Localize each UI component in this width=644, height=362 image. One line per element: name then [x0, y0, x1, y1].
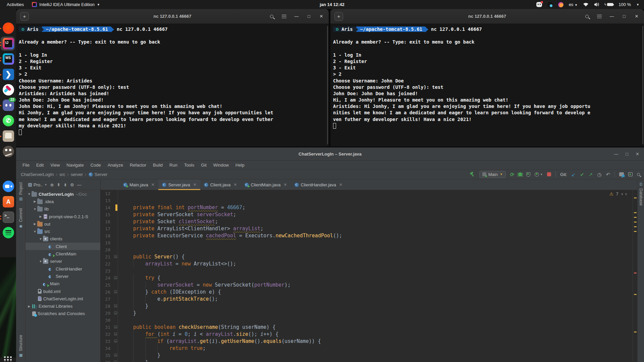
stripe-mark[interactable]	[634, 231, 637, 232]
minimize-button[interactable]: —	[608, 12, 616, 20]
gutter-line-15[interactable]: 15	[101, 211, 118, 218]
tree-item-server[interactable]: CServer	[25, 273, 100, 280]
tree-item-external libraries[interactable]: ▶External Libraries	[25, 302, 100, 310]
stripe-mark[interactable]	[634, 222, 637, 223]
dock-item-files[interactable]	[2, 130, 14, 142]
tree-chevron-icon[interactable]: ▶	[38, 215, 43, 218]
rerun-icon[interactable]: ⟳	[510, 172, 515, 177]
minimize-button[interactable]: —	[614, 152, 618, 157]
tool-tab-database[interactable]: ⛁ Database	[639, 182, 643, 205]
tree-chevron-icon[interactable]: ▶	[27, 305, 32, 308]
fold-toggle-icon[interactable]	[114, 325, 117, 328]
search-button[interactable]	[583, 12, 591, 20]
editor-code[interactable]: private final int portNumber = 46667;pri…	[118, 190, 637, 362]
debug-icon[interactable]	[519, 172, 522, 176]
menu-code[interactable]: Code	[88, 162, 104, 169]
hide-panel-icon[interactable]: —	[77, 182, 82, 187]
stripe-mark[interactable]	[634, 294, 637, 295]
prev-next-warning-chevrons[interactable]: ∧∨	[621, 192, 629, 196]
breadcrumb[interactable]: ChatServerLogIn›src›server›CServer	[21, 172, 107, 177]
close-tab-icon[interactable]: ✕	[193, 182, 197, 187]
menu-help[interactable]: Help	[232, 162, 248, 169]
gutter-line-36[interactable]: 36	[101, 359, 118, 362]
terminal-titlebar[interactable]: + nc 127.0.0.1 46667 — □ ✕	[16, 9, 329, 24]
tree-item-lib[interactable]: ▼lib	[25, 205, 100, 213]
stripe-mark[interactable]	[634, 226, 637, 227]
scrollbar[interactable]	[642, 26, 643, 144]
tree-item-main[interactable]: CMain	[25, 280, 100, 288]
git-update-icon[interactable]: ↙	[572, 172, 576, 177]
run-with-coverage-icon[interactable]	[526, 172, 530, 177]
dock-item-vscode[interactable]: ❯	[2, 69, 14, 81]
fold-toggle-icon[interactable]	[114, 276, 117, 279]
menu-navigate[interactable]: Navigate	[63, 162, 87, 169]
tree-item-scratches and consoles[interactable]: Scratches and Consoles	[25, 310, 100, 317]
tree-item-prompt-view-0.2.1-s[interactable]: ▶prompt-view-0.2.1-S	[25, 213, 100, 220]
gutter-line-19[interactable]: 19	[101, 239, 118, 246]
menu-button[interactable]	[595, 12, 603, 20]
project-structure-icon[interactable]	[619, 172, 624, 176]
stripe-mark[interactable]	[634, 197, 637, 198]
locate-file-icon[interactable]: ⊕	[50, 182, 54, 187]
settings-gear-icon[interactable]: ⚙	[70, 182, 74, 187]
close-button[interactable]: ✕	[317, 12, 325, 20]
breadcrumb-item[interactable]: src	[59, 172, 65, 177]
git-push-icon[interactable]: ↗	[589, 172, 593, 177]
stripe-mark[interactable]	[634, 212, 637, 213]
dock-item-intellij[interactable]	[2, 38, 14, 50]
breadcrumb-item[interactable]: server	[71, 172, 83, 177]
tool-tab-project[interactable]: ▤ Project	[18, 182, 23, 201]
editor-tab-main.java[interactable]: CMain.java✕	[119, 180, 158, 190]
dock-item-terminal[interactable]: >_	[2, 212, 14, 224]
git-commit-icon[interactable]: ✔	[580, 172, 584, 177]
tool-tab-structure[interactable]: ▦ Structure	[18, 335, 23, 357]
tree-chevron-icon[interactable]: ▶	[33, 222, 37, 226]
dock-item-brave[interactable]	[2, 22, 14, 35]
error-stripe[interactable]	[633, 190, 637, 362]
new-tab-button[interactable]: +	[334, 12, 343, 21]
dock-item-whatsapp[interactable]: ✆	[2, 115, 14, 127]
dock-item-slack[interactable]	[2, 84, 14, 96]
gutter-line-34[interactable]: 34	[101, 345, 118, 352]
tree-item-chatserverlogin.iml[interactable]: ChatServerLogIn.iml	[25, 295, 100, 302]
tree-chevron-icon[interactable]: ▼	[38, 237, 43, 241]
tree-chevron-icon[interactable]: ▶	[33, 200, 37, 203]
terminal-titlebar[interactable]: + nc 127.0.0.1 46667 — □ ✕	[330, 9, 644, 24]
dock-item-gimp[interactable]	[2, 146, 14, 158]
profiler-button[interactable]: ▼	[535, 172, 543, 177]
gutter-line-23[interactable]: 23	[101, 267, 118, 275]
tree-item-build.xml[interactable]: build.xml	[25, 288, 100, 295]
gutter-line-30[interactable]: 30	[101, 317, 118, 324]
search-everywhere-icon[interactable]	[637, 173, 640, 176]
tree-chevron-icon[interactable]: ▼	[27, 192, 32, 196]
tray-indicator-icon[interactable]	[547, 2, 553, 7]
inspections-widget[interactable]: ⚠ 7 ∧∨	[609, 191, 629, 196]
scrollbar[interactable]	[327, 26, 328, 144]
dock-item-webstorm[interactable]	[2, 53, 14, 65]
dock-item-discord[interactable]: 22	[2, 100, 14, 112]
gutter-line-18[interactable]: 18	[101, 232, 118, 239]
maximize-button[interactable]: □	[305, 12, 313, 20]
tree-item-src[interactable]: ▼src	[25, 228, 100, 235]
tree-item-server[interactable]: ▼server	[25, 258, 100, 265]
close-button[interactable]: ✕	[633, 12, 641, 20]
dock-item-spotify[interactable]	[2, 227, 14, 239]
close-button[interactable]: ✕	[636, 152, 639, 157]
gutter-line-17[interactable]: 17	[101, 225, 118, 232]
discord-tray-icon[interactable]	[536, 2, 542, 7]
gutter-line-13[interactable]: 13	[101, 197, 118, 204]
close-tab-icon[interactable]: ✕	[283, 182, 287, 187]
menu-edit[interactable]: Edit	[33, 162, 47, 169]
clock[interactable]: jan 14 12:42	[302, 2, 362, 7]
gutter-line-29[interactable]: 29	[101, 310, 118, 317]
fold-toggle-icon[interactable]	[114, 340, 117, 343]
code-editor[interactable]: 1213141516171819202122232425262728293031…	[101, 190, 637, 362]
volume-icon[interactable]	[594, 2, 599, 7]
editor-tab-clienthandler.java[interactable]: CClientHandler.java✕	[291, 180, 346, 190]
minimize-button[interactable]: —	[292, 12, 301, 20]
gutter-line-32[interactable]: 32	[101, 331, 118, 338]
dock-item-software[interactable]: A	[2, 196, 14, 208]
battery-indicator[interactable]: ϟ	[604, 3, 613, 6]
expand-all-icon[interactable]: ⇞	[57, 182, 60, 187]
gutter-line-25[interactable]: 25	[101, 282, 118, 289]
